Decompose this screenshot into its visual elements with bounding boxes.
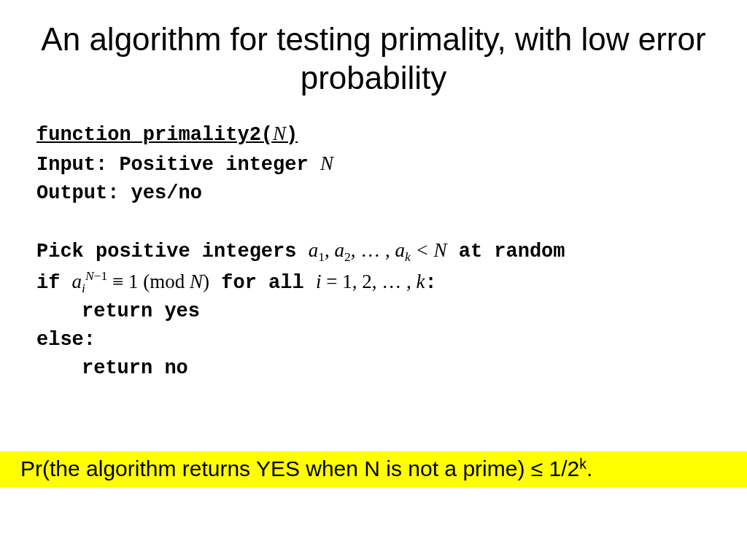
pick-sep2: , … , (351, 239, 395, 261)
if-sup-minus1: −1 (94, 268, 108, 283)
algorithm-code: function primality2(N) Input: Positive i… (29, 120, 718, 384)
if-base: a (72, 270, 82, 292)
pick-sep1: , (325, 239, 335, 261)
pick-a2: a (334, 239, 344, 261)
pick-ak-sub: k (405, 249, 411, 264)
footer-exp: k (579, 456, 587, 472)
if-one: 1 (128, 270, 143, 292)
input-var: N (320, 152, 333, 174)
if-i: i (316, 270, 326, 292)
pick-a2-sub: 2 (344, 249, 351, 264)
footer-text: Pr(the algorithm returns YES when N is n… (20, 456, 579, 481)
pick-suffix: at random (446, 241, 565, 262)
return-yes-line: return yes (36, 298, 718, 326)
if-colon: : (425, 271, 436, 293)
func-close: ) (286, 124, 298, 146)
pick-a1-sub: 1 (318, 249, 325, 264)
pick-N: N (433, 239, 446, 261)
blank-line (36, 208, 718, 236)
pick-prefix: Pick positive integers (36, 241, 309, 262)
return-yes: return yes (36, 298, 200, 326)
if-equiv: ≡ (107, 270, 128, 292)
slide: An algorithm for testing primality, with… (0, 0, 747, 560)
if-mod-N: N (190, 270, 203, 292)
if-mod-close: ) (203, 270, 209, 292)
input-line: Input: Positive integer N (36, 149, 718, 179)
output-line: Output: yes/no (36, 179, 718, 208)
if-range: 1, 2, … , (342, 270, 416, 292)
function-signature: function primality2(N) (36, 120, 718, 149)
input-label: Input: Positive integer (36, 154, 320, 176)
pick-a1: a (309, 239, 319, 261)
return-no: return no (36, 354, 188, 383)
pick-lt: < (411, 239, 434, 261)
if-sup-N: N (85, 268, 94, 283)
probability-statement: Pr(the algorithm returns YES when N is n… (0, 451, 747, 487)
if-mod-open: (mod (143, 270, 190, 292)
if-line: if aiN−1 ≡ 1 (mod N) for all i = 1, 2, …… (36, 267, 718, 298)
else-line: else: (36, 326, 718, 354)
return-no-line: return no (36, 354, 718, 383)
if-forall: for all (209, 271, 316, 293)
func-keyword: function primality2( (36, 124, 273, 146)
footer-suffix: . (587, 456, 592, 481)
if-label: if (36, 271, 72, 293)
pick-ak: a (395, 239, 405, 261)
pick-line: Pick positive integers a1, a2, … , ak < … (36, 236, 718, 267)
if-k: k (416, 270, 425, 292)
if-eq: = (326, 270, 342, 292)
func-param: N (273, 122, 286, 144)
slide-title: An algorithm for testing primality, with… (29, 20, 718, 98)
